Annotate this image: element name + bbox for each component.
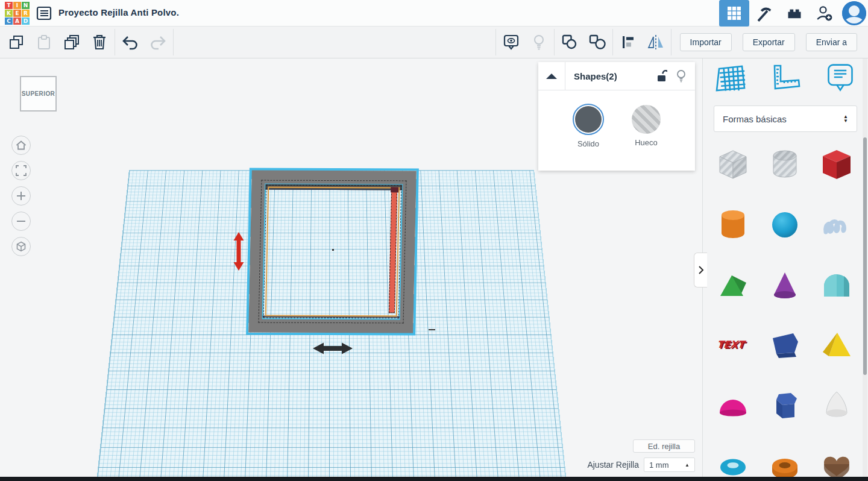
paste-button[interactable] bbox=[30, 31, 58, 53]
export-button[interactable]: Exportar bbox=[743, 33, 795, 51]
undo-button[interactable] bbox=[116, 31, 144, 53]
shape-cylinder[interactable] bbox=[716, 208, 750, 242]
user-avatar[interactable] bbox=[842, 1, 866, 25]
import-button[interactable]: Importar bbox=[680, 33, 732, 51]
tinkercad-logo[interactable]: TIN KER CAD bbox=[5, 2, 31, 26]
edit-grid-button[interactable]: Ed. rejilla bbox=[633, 439, 695, 453]
home-view-button[interactable] bbox=[11, 136, 31, 155]
panel-collapse-button[interactable] bbox=[538, 62, 565, 90]
move-horizontal-handle[interactable] bbox=[312, 341, 353, 356]
sidebar-collapse-handle[interactable] bbox=[694, 253, 707, 288]
ungroup-button[interactable] bbox=[583, 31, 611, 53]
view-cube[interactable]: SUPERIOR bbox=[20, 76, 57, 112]
shape-tube[interactable] bbox=[768, 449, 802, 477]
shapes-sidebar: Formas básicas ▲▼ bbox=[702, 58, 868, 477]
selected-frame-object[interactable] bbox=[248, 171, 417, 333]
dimension-tick bbox=[429, 329, 435, 330]
hide-lightbulb-icon[interactable] bbox=[676, 69, 687, 83]
shape-heart[interactable] bbox=[820, 449, 854, 477]
shape-prism[interactable] bbox=[768, 389, 802, 423]
move-vertical-handle[interactable] bbox=[233, 231, 245, 271]
shape-round-roof[interactable] bbox=[820, 268, 854, 302]
unlock-icon[interactable] bbox=[655, 69, 667, 83]
basic-shapes-mode-button[interactable] bbox=[719, 0, 749, 27]
select-up-arrow-icon: ▲ bbox=[685, 462, 690, 468]
hole-option[interactable]: Hueco bbox=[619, 104, 673, 147]
shape-sphere[interactable] bbox=[768, 208, 802, 242]
design-menu-icon[interactable] bbox=[36, 5, 52, 21]
notes-tool-icon[interactable] bbox=[813, 62, 868, 96]
shape-torus[interactable] bbox=[716, 449, 750, 477]
minecraft-mode-button[interactable] bbox=[749, 0, 779, 27]
shape-text[interactable]: TEXTTEXT bbox=[716, 329, 750, 362]
share-invite-icon[interactable] bbox=[810, 0, 840, 27]
bricks-mode-button[interactable] bbox=[779, 0, 810, 27]
panel-title: Shapes(2) bbox=[565, 71, 655, 81]
send-to-button[interactable]: Enviar a bbox=[806, 33, 857, 51]
align-button[interactable] bbox=[614, 31, 642, 53]
shape-polygon[interactable] bbox=[768, 329, 802, 362]
shape-scribble[interactable] bbox=[820, 208, 854, 242]
snap-grid-label: Ajustar Rejilla bbox=[561, 460, 639, 470]
svg-text:TEXT: TEXT bbox=[717, 339, 747, 350]
group-button[interactable] bbox=[556, 31, 583, 53]
zoom-in-button[interactable] bbox=[11, 186, 31, 206]
collapse-triangle-icon bbox=[546, 74, 557, 79]
shape-box[interactable] bbox=[820, 148, 854, 181]
edit-toolbar: Importar Exportar Enviar a bbox=[0, 27, 868, 58]
header-bar: TIN KER CAD Proyecto Rejilla Anti Polvo. bbox=[0, 0, 868, 27]
show-all-button[interactable] bbox=[497, 31, 525, 53]
shape-category-select[interactable]: Formas básicas ▲▼ bbox=[714, 105, 857, 132]
delete-button[interactable] bbox=[86, 31, 113, 53]
hole-dashed-outline bbox=[263, 185, 402, 319]
tinkercad-app: TIN KER CAD Proyecto Rejilla Anti Polvo. bbox=[0, 0, 868, 481]
shape-pyramid[interactable] bbox=[820, 329, 854, 362]
lightbulb-button[interactable] bbox=[525, 31, 553, 53]
workplane-tool-icon[interactable] bbox=[703, 62, 758, 96]
zoom-out-button[interactable] bbox=[11, 212, 31, 231]
perspective-toggle-button[interactable] bbox=[11, 237, 31, 256]
solid-swatch bbox=[575, 106, 602, 133]
hole-swatch bbox=[632, 105, 661, 134]
shape-box-hollow[interactable] bbox=[716, 148, 750, 181]
shape-roof[interactable] bbox=[716, 268, 750, 302]
solid-selected-ring bbox=[573, 104, 604, 135]
solid-option[interactable]: Sólido bbox=[561, 104, 615, 148]
window-bottom-edge bbox=[0, 477, 868, 481]
document-title: Proyecto Rejilla Anti Polvo. bbox=[58, 7, 179, 17]
select-arrows-icon: ▲▼ bbox=[843, 115, 848, 123]
shape-paraboloid[interactable] bbox=[820, 389, 854, 423]
shape-gallery: TEXTTEXT bbox=[703, 148, 861, 477]
object-center-dot bbox=[332, 249, 334, 251]
shape-cone[interactable] bbox=[768, 268, 802, 302]
sidebar-scrollbar-thumb[interactable] bbox=[863, 137, 867, 375]
3d-viewport[interactable]: SUPERIOR bbox=[0, 58, 702, 481]
snap-grid-select[interactable]: 1 mm▲ bbox=[644, 457, 695, 472]
ruler-tool-icon[interactable] bbox=[758, 62, 813, 96]
shape-cylinder-hollow[interactable] bbox=[768, 148, 802, 181]
duplicate-button[interactable] bbox=[58, 31, 86, 53]
mirror-button[interactable] bbox=[642, 31, 670, 53]
redo-button[interactable] bbox=[144, 31, 172, 53]
shape-half-sphere[interactable] bbox=[716, 389, 750, 423]
shapes-inspector-panel: Shapes(2) Sólido Hueco bbox=[538, 62, 695, 171]
fit-view-button[interactable] bbox=[11, 161, 31, 180]
copy-button[interactable] bbox=[2, 31, 30, 53]
